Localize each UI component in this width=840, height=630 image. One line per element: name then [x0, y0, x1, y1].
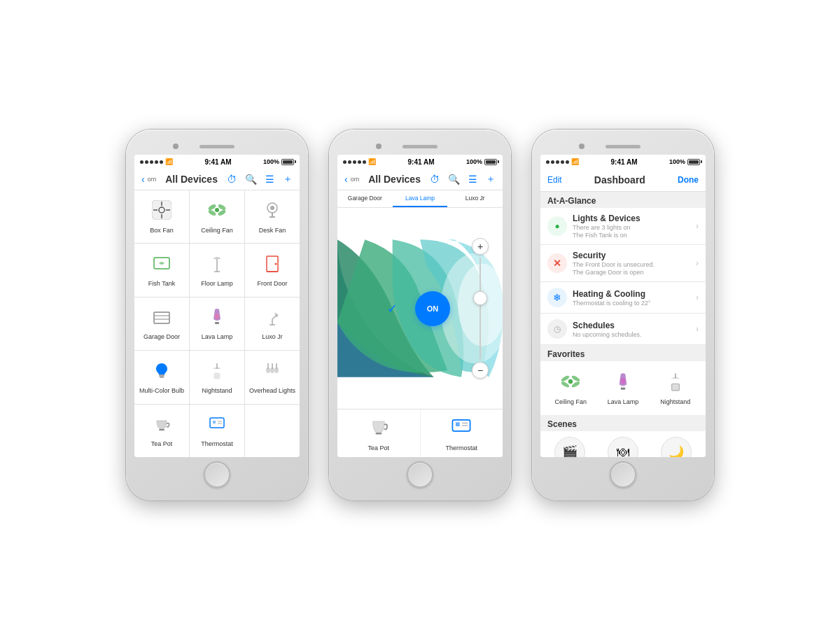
heating-cooling-sub1: Thermostat is cooling to 22° [573, 300, 696, 307]
back-area-2[interactable]: ‹ om [344, 174, 359, 185]
list-icon-2[interactable]: ☰ [468, 174, 477, 185]
device-tea-pot-2[interactable]: Tea Pot [337, 410, 420, 457]
scene-cinerama[interactable]: 🎬 Cinerama [546, 437, 594, 457]
phone-top-3 [540, 138, 706, 155]
device-luxo-jr[interactable]: Luxo Jr [245, 298, 300, 350]
phone-2: 📶 9:41 AM 100% ‹ om All Devices ⏱ [329, 130, 511, 500]
desk-fan-label: Desk Fan [259, 227, 286, 234]
brightness-down-button[interactable]: − [472, 362, 489, 379]
color-picker-area[interactable]: ✓ + − ON [337, 208, 503, 409]
security-text: Security The Front Door is unsecured. Th… [573, 251, 696, 276]
time-2: 9:41 AM [407, 158, 434, 166]
brightness-slider[interactable]: + − [472, 238, 489, 379]
phone-1: 📶 9:41 AM 100% ‹ om All Devices ⏱ [126, 130, 308, 500]
glance-heating-cooling[interactable]: ❄ Heating & Cooling Thermostat is coolin… [540, 282, 706, 314]
home-button-3[interactable] [610, 461, 636, 488]
dashboard-screen: At-A-Glance ● Lights & Devices There are… [540, 192, 706, 457]
signal-dots-2 [343, 160, 366, 164]
signal-dots-3 [546, 160, 569, 164]
speaker-1 [200, 145, 234, 148]
svg-rect-24 [215, 322, 219, 324]
svg-rect-29 [159, 374, 164, 377]
edit-button[interactable]: Edit [547, 175, 562, 185]
device-front-door[interactable]: Front Door [245, 244, 300, 296]
feed-me-icon-circle: 🍽 [608, 437, 638, 457]
device-fish-tank[interactable]: Fish Tank [134, 244, 189, 296]
device-thermostat-2[interactable]: Thermostat [421, 410, 503, 457]
device-multi-color[interactable]: Multi-Color Bulb [134, 351, 189, 403]
battery-fill-1 [283, 160, 293, 164]
device-tea-pot[interactable]: Tea Pot [134, 405, 189, 457]
back-chevron-2[interactable]: ‹ [344, 174, 348, 185]
back-area-1[interactable]: ‹ om [141, 174, 156, 185]
device-box-fan[interactable]: Box Fan [134, 190, 189, 243]
lights-devices-title: Lights & Devices [573, 214, 696, 223]
overhead-lights-icon [262, 360, 282, 384]
glance-lights-devices[interactable]: ● Lights & Devices There are 3 lights on… [540, 208, 706, 245]
lights-devices-icon: ● [554, 221, 559, 231]
check-mark: ✓ [387, 301, 398, 316]
bottom-devices: Tea Pot Thermostat [337, 409, 503, 457]
tab-lava-lamp[interactable]: Lava Lamp [393, 190, 448, 207]
done-button[interactable]: Done [678, 175, 699, 185]
nightstand-label: Nightstand [202, 387, 232, 394]
tab-garage-door[interactable]: Garage Door [337, 190, 393, 207]
back-label-2: om [351, 176, 360, 183]
phone-bottom-1 [134, 457, 300, 492]
garage-door-icon [152, 307, 172, 330]
tea-pot-label-1: Tea Pot [151, 440, 173, 447]
feed-me-icon: 🍽 [617, 445, 629, 458]
favorites-grid: Ceiling Fan Lava Lamp Nightstand [540, 361, 706, 415]
device-desk-fan[interactable]: Desk Fan [245, 190, 300, 243]
phone-bottom-3 [540, 457, 706, 492]
device-garage-door[interactable]: Garage Door [134, 298, 189, 350]
device-ceiling-fan[interactable]: Ceiling Fan [190, 190, 244, 243]
home-button-1[interactable] [204, 461, 230, 488]
favorites-header: Favorites [540, 345, 706, 361]
slider-thumb[interactable] [473, 291, 487, 305]
dashboard-title: Dashboard [594, 174, 645, 186]
scene-goodnight[interactable]: 🌙 Goodnight [652, 437, 700, 457]
glance-security[interactable]: ✕ Security The Front Door is unsecured. … [540, 245, 706, 282]
clock-icon-2[interactable]: ⏱ [430, 174, 440, 185]
add-icon-2[interactable]: ＋ [486, 173, 496, 186]
battery-pct-2: 100% [466, 158, 482, 165]
home-button-2[interactable] [407, 461, 433, 488]
svg-rect-60 [671, 384, 679, 391]
brightness-up-button[interactable]: + [472, 238, 489, 255]
fish-tank-label: Fish Tank [148, 280, 175, 287]
glance-schedules[interactable]: ◷ Schedules No upcoming schedules. › [540, 314, 706, 345]
fav-lava-lamp[interactable]: Lava Lamp [598, 367, 648, 410]
heating-cooling-text: Heating & Cooling Thermostat is cooling … [573, 289, 696, 307]
heating-cooling-chevron: › [696, 293, 699, 302]
list-icon-1[interactable]: ☰ [265, 174, 274, 185]
fav-lava-lamp-label: Lava Lamp [608, 398, 639, 405]
status-left-2: 📶 [343, 158, 376, 165]
search-icon-1[interactable]: 🔍 [245, 174, 257, 185]
garage-door-label: Garage Door [144, 333, 180, 340]
thermostat-label-2: Thermostat [445, 444, 477, 451]
device-nightstand[interactable]: Nightstand [190, 351, 244, 403]
on-button[interactable]: ON [415, 291, 450, 326]
device-lava-lamp[interactable]: Lava Lamp [190, 298, 244, 350]
phone-top-1 [134, 138, 300, 155]
back-chevron-1[interactable]: ‹ [141, 174, 145, 185]
desk-fan-icon [262, 200, 282, 224]
device-thermostat[interactable]: Thermostat [190, 405, 244, 457]
fav-nightstand[interactable]: Nightstand [650, 367, 700, 410]
scene-feed-me[interactable]: 🍽 Feed Me [599, 437, 647, 457]
fav-ceiling-fan[interactable]: Ceiling Fan [546, 367, 596, 410]
at-a-glance-header: At-A-Glance [540, 192, 706, 208]
clock-icon[interactable]: ⏱ [227, 174, 237, 185]
search-icon-2[interactable]: 🔍 [448, 174, 460, 185]
device-overhead-lights[interactable]: Overhead Lights [245, 351, 300, 403]
add-icon-1[interactable]: ＋ [283, 173, 293, 186]
tab-luxo-jr[interactable]: Luxo Jr [447, 190, 503, 207]
battery-pct-1: 100% [263, 158, 279, 165]
thermostat-icon-2 [450, 415, 472, 442]
svg-point-58 [621, 378, 625, 384]
time-3: 9:41 AM [610, 158, 637, 166]
device-floor-lamp[interactable]: Floor Lamp [190, 244, 244, 296]
phone-3: 📶 9:41 AM 100% Edit Dashboard Done A [532, 130, 714, 500]
multi-color-label: Multi-Color Bulb [139, 387, 184, 394]
